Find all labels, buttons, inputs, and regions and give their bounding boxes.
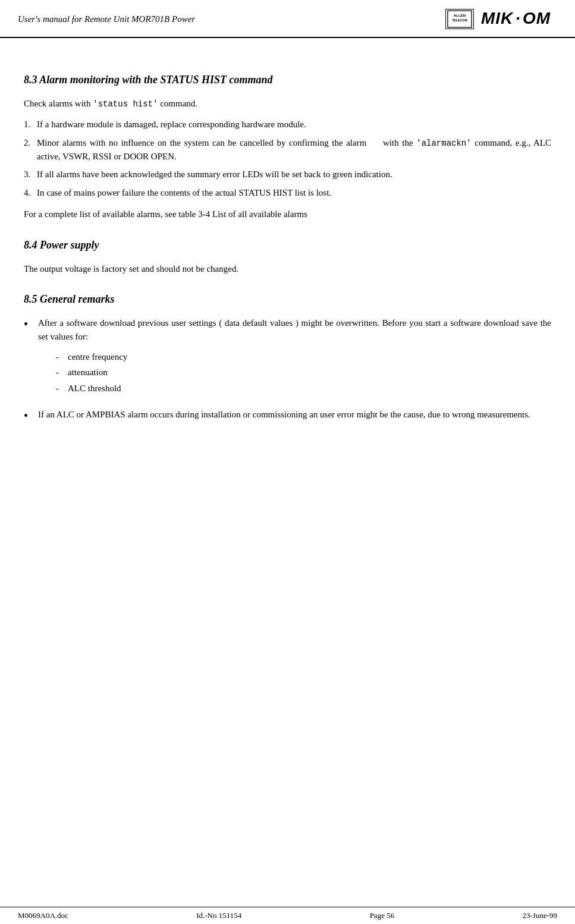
section-8-3-intro: Check alarms with 'status hist' command. [24, 97, 551, 111]
bullet-content-1: After a software download previous user … [38, 316, 551, 397]
list-item-2: 2. Minor alarms with no influence on the… [24, 136, 551, 164]
list-num-4: 4. [24, 186, 37, 200]
list-text-2: Minor alarms with no influence on the sy… [37, 136, 551, 164]
section-8-3-list: 1. If a hardware module is damaged, repl… [24, 118, 551, 199]
dash-item-centre: - centre frequency [56, 350, 551, 364]
svg-text:ALLEN: ALLEN [454, 13, 466, 17]
bullet-item-2: • If an ALC or AMPBIAS alarm occurs duri… [24, 408, 551, 425]
section-8-4-text: The output voltage is factory set and sh… [24, 262, 551, 276]
list-text-4: In case of mains power failure the conte… [37, 186, 551, 200]
page-wrapper: User's manual for Remote Unit MOR701B Po… [0, 0, 575, 924]
svg-text:·: · [516, 9, 521, 27]
intro-end: command. [158, 99, 197, 108]
list-text-1: If a hardware module is damaged, replace… [37, 118, 551, 131]
dash-text-attenuation: attenuation [68, 366, 108, 379]
alarmackn-code: 'alarmackn' [416, 139, 471, 148]
svg-text:OM: OM [523, 9, 551, 27]
mikom-logo: MIK · OM [480, 6, 557, 32]
dash-symbol-1: - [56, 350, 68, 364]
footer-date: 23-June-99 [523, 911, 558, 920]
section-8-5-heading: 8.5 General remarks [24, 293, 551, 306]
svg-text:MIK: MIK [481, 9, 514, 27]
dash-symbol-2: - [56, 366, 68, 379]
list-num-1: 1. [24, 118, 37, 131]
svg-text:TELECOM: TELECOM [452, 18, 467, 22]
bullet-symbol-2: • [24, 407, 38, 425]
bullet-text-1: After a software download previous user … [38, 318, 551, 341]
list-text-2-indent: with the 'alarmackn' command, e.g., ALC … [37, 138, 551, 161]
section-8-4: 8.4 Power supply The output voltage is f… [24, 239, 551, 276]
dash-list-1: - centre frequency - attenuation - ALC t… [56, 350, 551, 395]
footer-page: Page 56 [370, 911, 395, 920]
footer-doc: M0069A0A.doc [18, 911, 68, 920]
page-footer: M0069A0A.doc Id.-No 151154 Page 56 23-Ju… [0, 907, 575, 924]
footer-id: Id.-No 151154 [196, 911, 241, 920]
header-title: User's manual for Remote Unit MOR701B Po… [18, 14, 195, 24]
list-num-2: 2. [24, 136, 37, 150]
list-item-3: 3. If all alarms have been acknowledged … [24, 168, 551, 181]
bullet-symbol-1: • [24, 315, 38, 334]
section-8-3-heading: 8.3 Alarm monitoring with the STATUS HIS… [24, 74, 551, 86]
section-8-3: 8.3 Alarm monitoring with the STATUS HIS… [24, 74, 551, 221]
section-8-4-heading: 8.4 Power supply [24, 239, 551, 252]
list-text-3: If all alarms have been acknowledged the… [37, 168, 551, 181]
bullet-content-2: If an ALC or AMPBIAS alarm occurs during… [38, 408, 551, 422]
page-header: User's manual for Remote Unit MOR701B Po… [0, 0, 575, 38]
intro-code: 'status hist' [93, 99, 158, 109]
dash-item-alc: - ALC threshold [56, 382, 551, 395]
section-8-5-bullets: • After a software download previous use… [24, 316, 551, 425]
dash-text-alc: ALC threshold [68, 382, 121, 395]
dash-text-centre: centre frequency [68, 350, 127, 364]
main-content: 8.3 Alarm monitoring with the STATUS HIS… [0, 38, 575, 472]
section-8-5: 8.5 General remarks • After a software d… [24, 293, 551, 425]
bullet-text-2: If an ALC or AMPBIAS alarm occurs during… [38, 410, 530, 419]
list-num-3: 3. [24, 168, 37, 181]
bullet-item-1: • After a software download previous use… [24, 316, 551, 397]
dash-symbol-3: - [56, 382, 68, 395]
list-item-4: 4. In case of mains power failure the co… [24, 186, 551, 200]
section-8-3-note: For a complete list of available alarms,… [24, 208, 551, 221]
list-item-1: 1. If a hardware module is damaged, repl… [24, 118, 551, 131]
header-logos: ALLEN TELECOM MIK · OM [445, 6, 557, 32]
allen-telecom-logo: ALLEN TELECOM [445, 9, 474, 29]
intro-text: Check alarms with [24, 99, 93, 108]
dash-item-attenuation: - attenuation [56, 366, 551, 379]
